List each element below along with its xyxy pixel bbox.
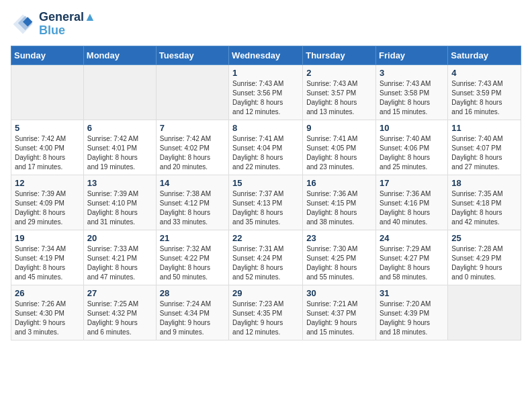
page-header: General▲ Blue (11, 11, 521, 38)
day-number: 4 (451, 68, 517, 78)
day-info: Sunrise: 7:37 AM Sunset: 4:13 PM Dayligh… (232, 189, 299, 227)
calendar-cell: 8Sunrise: 7:41 AM Sunset: 4:04 PM Daylig… (229, 120, 303, 175)
day-number: 24 (380, 233, 444, 243)
weekday-header: Sunday (11, 46, 84, 64)
day-number: 6 (87, 123, 152, 133)
day-info: Sunrise: 7:29 AM Sunset: 4:27 PM Dayligh… (380, 244, 444, 282)
day-info: Sunrise: 7:41 AM Sunset: 4:05 PM Dayligh… (306, 134, 372, 172)
calendar-cell: 27Sunrise: 7:25 AM Sunset: 4:32 PM Dayli… (83, 285, 156, 340)
day-info: Sunrise: 7:32 AM Sunset: 4:22 PM Dayligh… (160, 244, 225, 282)
day-info: Sunrise: 7:24 AM Sunset: 4:34 PM Dayligh… (160, 300, 225, 337)
day-info: Sunrise: 7:39 AM Sunset: 4:09 PM Dayligh… (15, 189, 80, 227)
weekday-header: Monday (83, 46, 156, 64)
day-info: Sunrise: 7:38 AM Sunset: 4:12 PM Dayligh… (160, 189, 225, 227)
weekday-header: Wednesday (229, 46, 303, 64)
day-number: 23 (306, 233, 372, 243)
calendar-week-row: 1Sunrise: 7:43 AM Sunset: 3:56 PM Daylig… (11, 64, 521, 120)
calendar-cell: 17Sunrise: 7:36 AM Sunset: 4:16 PM Dayli… (376, 175, 448, 230)
weekday-header: Saturday (448, 46, 521, 64)
calendar-cell: 13Sunrise: 7:39 AM Sunset: 4:10 PM Dayli… (83, 175, 156, 230)
day-info: Sunrise: 7:39 AM Sunset: 4:10 PM Dayligh… (87, 189, 152, 227)
calendar-cell: 21Sunrise: 7:32 AM Sunset: 4:22 PM Dayli… (156, 230, 228, 285)
day-info: Sunrise: 7:43 AM Sunset: 3:57 PM Dayligh… (306, 79, 372, 117)
calendar-cell: 29Sunrise: 7:23 AM Sunset: 4:35 PM Dayli… (229, 285, 303, 340)
calendar-week-row: 19Sunrise: 7:34 AM Sunset: 4:19 PM Dayli… (11, 230, 521, 285)
day-number: 2 (306, 68, 372, 78)
day-info: Sunrise: 7:31 AM Sunset: 4:24 PM Dayligh… (232, 244, 299, 282)
calendar-cell: 23Sunrise: 7:30 AM Sunset: 4:25 PM Dayli… (303, 230, 376, 285)
day-info: Sunrise: 7:21 AM Sunset: 4:37 PM Dayligh… (306, 300, 372, 337)
weekday-header: Friday (376, 46, 448, 64)
day-number: 10 (380, 123, 444, 133)
calendar-cell: 9Sunrise: 7:41 AM Sunset: 4:05 PM Daylig… (303, 120, 376, 175)
day-number: 11 (451, 123, 517, 133)
day-info: Sunrise: 7:28 AM Sunset: 4:29 PM Dayligh… (451, 244, 517, 282)
day-info: Sunrise: 7:25 AM Sunset: 4:32 PM Dayligh… (87, 300, 152, 337)
calendar-cell (156, 64, 228, 120)
calendar-cell: 26Sunrise: 7:26 AM Sunset: 4:30 PM Dayli… (11, 285, 84, 340)
calendar-cell: 15Sunrise: 7:37 AM Sunset: 4:13 PM Dayli… (229, 175, 303, 230)
logo: General▲ Blue (11, 11, 96, 38)
calendar-week-row: 5Sunrise: 7:42 AM Sunset: 4:00 PM Daylig… (11, 120, 521, 175)
day-number: 9 (306, 123, 372, 133)
day-number: 3 (380, 68, 444, 78)
calendar-header: SundayMondayTuesdayWednesdayThursdayFrid… (11, 46, 521, 64)
calendar-cell: 25Sunrise: 7:28 AM Sunset: 4:29 PM Dayli… (448, 230, 521, 285)
calendar-body: 1Sunrise: 7:43 AM Sunset: 3:56 PM Daylig… (11, 64, 521, 340)
calendar-cell: 4Sunrise: 7:43 AM Sunset: 3:59 PM Daylig… (448, 64, 521, 120)
day-number: 13 (87, 178, 152, 188)
day-info: Sunrise: 7:41 AM Sunset: 4:04 PM Dayligh… (232, 134, 299, 172)
calendar-week-row: 26Sunrise: 7:26 AM Sunset: 4:30 PM Dayli… (11, 285, 521, 340)
calendar-cell (11, 64, 84, 120)
calendar-cell: 7Sunrise: 7:42 AM Sunset: 4:02 PM Daylig… (156, 120, 228, 175)
calendar-cell: 22Sunrise: 7:31 AM Sunset: 4:24 PM Dayli… (229, 230, 303, 285)
day-number: 27 (87, 288, 152, 298)
day-info: Sunrise: 7:35 AM Sunset: 4:18 PM Dayligh… (451, 189, 517, 227)
day-number: 17 (380, 178, 444, 188)
day-info: Sunrise: 7:36 AM Sunset: 4:15 PM Dayligh… (306, 189, 372, 227)
day-info: Sunrise: 7:42 AM Sunset: 4:02 PM Dayligh… (160, 134, 225, 172)
day-number: 19 (15, 233, 80, 243)
day-number: 26 (15, 288, 80, 298)
day-number: 18 (451, 178, 517, 188)
day-number: 1 (232, 68, 299, 78)
calendar-cell: 16Sunrise: 7:36 AM Sunset: 4:15 PM Dayli… (303, 175, 376, 230)
calendar-cell: 5Sunrise: 7:42 AM Sunset: 4:00 PM Daylig… (11, 120, 84, 175)
calendar-cell: 19Sunrise: 7:34 AM Sunset: 4:19 PM Dayli… (11, 230, 84, 285)
calendar-cell (448, 285, 521, 340)
day-number: 29 (232, 288, 299, 298)
weekday-header: Tuesday (156, 46, 228, 64)
weekday-header: Thursday (303, 46, 376, 64)
day-info: Sunrise: 7:34 AM Sunset: 4:19 PM Dayligh… (15, 244, 80, 282)
day-info: Sunrise: 7:43 AM Sunset: 3:56 PM Dayligh… (232, 79, 299, 117)
day-info: Sunrise: 7:30 AM Sunset: 4:25 PM Dayligh… (306, 244, 372, 282)
day-number: 21 (160, 233, 225, 243)
day-number: 7 (160, 123, 225, 133)
day-info: Sunrise: 7:43 AM Sunset: 3:59 PM Dayligh… (451, 79, 517, 117)
logo-text: General▲ Blue (39, 11, 96, 38)
calendar-cell (83, 64, 156, 120)
day-info: Sunrise: 7:42 AM Sunset: 4:00 PM Dayligh… (15, 134, 80, 172)
day-info: Sunrise: 7:23 AM Sunset: 4:35 PM Dayligh… (232, 300, 299, 337)
day-info: Sunrise: 7:36 AM Sunset: 4:16 PM Dayligh… (380, 189, 444, 227)
calendar-cell: 24Sunrise: 7:29 AM Sunset: 4:27 PM Dayli… (376, 230, 448, 285)
day-number: 25 (451, 233, 517, 243)
calendar-cell: 11Sunrise: 7:40 AM Sunset: 4:07 PM Dayli… (448, 120, 521, 175)
calendar-cell: 12Sunrise: 7:39 AM Sunset: 4:09 PM Dayli… (11, 175, 84, 230)
day-number: 31 (380, 288, 444, 298)
calendar-cell: 3Sunrise: 7:43 AM Sunset: 3:58 PM Daylig… (376, 64, 448, 120)
day-number: 14 (160, 178, 225, 188)
day-info: Sunrise: 7:40 AM Sunset: 4:06 PM Dayligh… (380, 134, 444, 172)
calendar-table: SundayMondayTuesdayWednesdayThursdayFrid… (11, 46, 521, 340)
day-info: Sunrise: 7:33 AM Sunset: 4:21 PM Dayligh… (87, 244, 152, 282)
day-number: 12 (15, 178, 80, 188)
day-number: 30 (306, 288, 372, 298)
calendar-cell: 1Sunrise: 7:43 AM Sunset: 3:56 PM Daylig… (229, 64, 303, 120)
calendar-week-row: 12Sunrise: 7:39 AM Sunset: 4:09 PM Dayli… (11, 175, 521, 230)
logo-icon (11, 12, 35, 36)
calendar-cell: 31Sunrise: 7:20 AM Sunset: 4:39 PM Dayli… (376, 285, 448, 340)
day-info: Sunrise: 7:26 AM Sunset: 4:30 PM Dayligh… (15, 300, 80, 337)
calendar-cell: 14Sunrise: 7:38 AM Sunset: 4:12 PM Dayli… (156, 175, 228, 230)
day-number: 22 (232, 233, 299, 243)
calendar-cell: 2Sunrise: 7:43 AM Sunset: 3:57 PM Daylig… (303, 64, 376, 120)
